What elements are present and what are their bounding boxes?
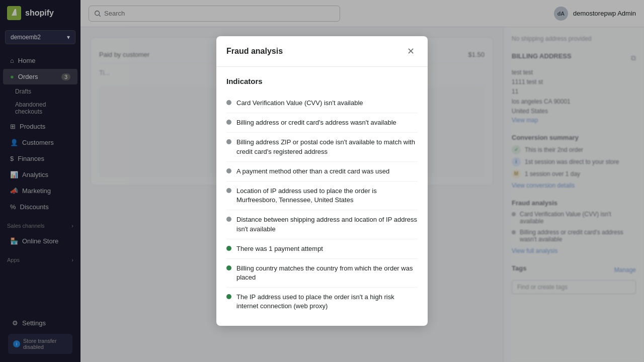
- additional-section: Additional information This order was pl…: [226, 324, 418, 326]
- indicator-text: The IP address used to place the order i…: [236, 293, 418, 311]
- indicator-item: Billing address or credit card's address…: [226, 113, 418, 133]
- indicator-dot: [226, 294, 231, 299]
- indicator-item: Distance between shipping address and lo…: [226, 210, 418, 239]
- indicator-item: The IP address used to place the order i…: [226, 288, 418, 316]
- modal-body: Indicators Card Verification Value (CVV)…: [216, 67, 428, 326]
- indicator-item: Billing address ZIP or postal code isn't…: [226, 133, 418, 161]
- modal-header: Fraud analysis ✕: [216, 36, 428, 67]
- close-icon: ✕: [407, 46, 415, 57]
- indicator-dot: [226, 100, 231, 105]
- indicator-text: Distance between shipping address and lo…: [236, 215, 418, 233]
- indicator-item: A payment method other than a credit car…: [226, 162, 418, 182]
- indicator-dot: [226, 168, 231, 173]
- indicator-text: There was 1 payment attempt: [236, 244, 323, 253]
- indicator-item: There was 1 payment attempt: [226, 239, 418, 259]
- additional-title: Additional information: [226, 324, 418, 326]
- indicator-text: A payment method other than a credit car…: [236, 167, 389, 176]
- indicator-item: Location of IP address used to place the…: [226, 182, 418, 210]
- indicator-dot: [226, 139, 231, 144]
- indicator-text: Billing address or credit card's address…: [236, 118, 396, 127]
- indicator-dot: [226, 188, 231, 193]
- modal-overlay: Fraud analysis ✕ Indicators Card Verific…: [80, 0, 644, 362]
- indicator-item: Billing country matches the country from…: [226, 259, 418, 288]
- indicator-dot: [226, 246, 231, 251]
- indicator-text: Billing address ZIP or postal code isn't…: [236, 138, 418, 156]
- modal-close-button[interactable]: ✕: [404, 44, 418, 58]
- indicator-dot: [226, 217, 231, 222]
- indicator-dot: [226, 120, 231, 125]
- indicator-dot: [226, 265, 231, 270]
- fraud-analysis-modal: Fraud analysis ✕ Indicators Card Verific…: [216, 36, 428, 326]
- indicators-list: Card Verification Value (CVV) isn't avai…: [226, 94, 418, 316]
- indicators-title: Indicators: [226, 77, 418, 85]
- indicator-text: Location of IP address used to place the…: [236, 187, 418, 205]
- indicator-text: Card Verification Value (CVV) isn't avai…: [236, 99, 363, 108]
- modal-title: Fraud analysis: [226, 47, 283, 56]
- indicator-text: Billing country matches the country from…: [236, 264, 418, 282]
- indicator-item: Card Verification Value (CVV) isn't avai…: [226, 94, 418, 113]
